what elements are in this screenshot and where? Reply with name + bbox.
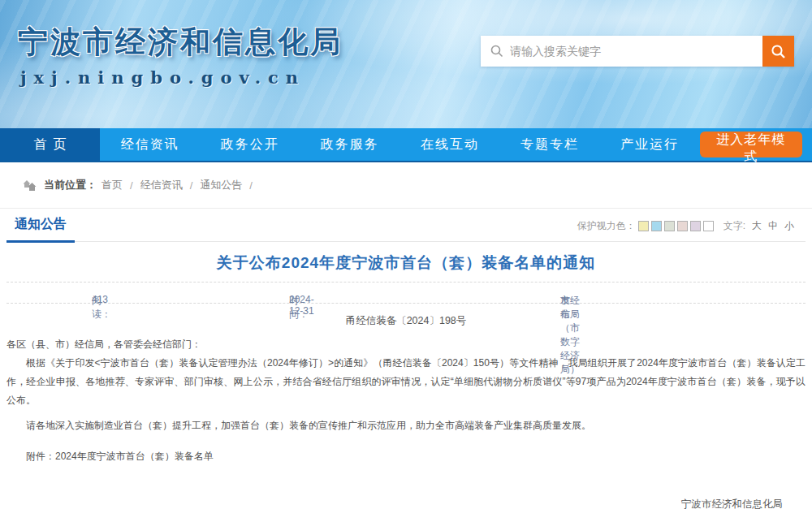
- paragraph-1: 根据《关于印发<宁波市首台（套）装备认定管理办法（2024年修订）>的通知》（甬…: [6, 354, 806, 410]
- breadcrumb-separator: /: [249, 179, 253, 192]
- meta-publisher-value: 市经信局（市数字经济局）: [560, 294, 580, 377]
- font-size-medium[interactable]: 中: [768, 219, 778, 233]
- nav-item-special-topics[interactable]: 专题专栏: [499, 128, 599, 161]
- main-nav: 首页 经信资讯 政务公开 政务服务 在线互动 专题专栏 产业运行 进入老年模式: [0, 128, 812, 162]
- nav-item-industry-operation[interactable]: 产业运行: [600, 128, 700, 161]
- site-title: 宁波市经济和信息化局: [18, 22, 343, 63]
- location-home-icon: [23, 179, 37, 192]
- article-body: 各区（县、市）经信局，各管委会经信部门： 根据《关于印发<宁波市首台（套）装备认…: [6, 335, 806, 435]
- article-title: 关于公布2024年度宁波市首台（套）装备名单的通知: [6, 252, 806, 274]
- eye-color-swatch-white[interactable]: [703, 221, 714, 231]
- breadcrumb-separator: /: [130, 179, 133, 192]
- meta-read-value: 413: [92, 294, 108, 305]
- article-meta-row: 阅读：413 时间：2024-12-31 发布：市经信局（市数字经济局）: [6, 282, 806, 304]
- tab-notice-announcement[interactable]: 通知公告: [6, 209, 75, 243]
- salutation: 各区（县、市）经信局，各管委会经信部门：: [6, 335, 806, 354]
- eye-color-swatch-purple[interactable]: [690, 221, 701, 231]
- search-input[interactable]: [481, 36, 762, 67]
- site-header: 宁波市经济和信息化局 jxj.ningbo.gov.cn: [0, 0, 812, 128]
- font-size-small[interactable]: 小: [784, 219, 794, 233]
- breadcrumb-separator: /: [190, 179, 193, 192]
- search-bar: [481, 36, 794, 67]
- search-button[interactable]: [762, 36, 794, 67]
- view-tools: 保护视力色： 文字: 大 中 小: [577, 219, 806, 241]
- breadcrumb-home[interactable]: 首页: [102, 178, 123, 192]
- font-size-large[interactable]: 大: [752, 219, 762, 233]
- breadcrumb-notice[interactable]: 通知公告: [200, 178, 242, 192]
- nav-item-gov-affairs-open[interactable]: 政务公开: [200, 128, 300, 161]
- signature-block: 宁波市经济和信息化局 2024年12月31日: [6, 494, 806, 509]
- search-button-icon: [771, 44, 786, 59]
- eye-color-swatch-pink[interactable]: [677, 221, 688, 231]
- attachment-link[interactable]: 附件：2024年度宁波市首台（套）装备名单: [6, 450, 806, 464]
- meta-time-value: 2024-12-31: [289, 294, 314, 317]
- search-input-wrap: [481, 36, 762, 67]
- nav-item-home[interactable]: 首页: [0, 128, 100, 161]
- paragraph-2: 请各地深入实施制造业首台（套）提升工程，加强首台（套）装备的宣传推广和示范应用，…: [6, 416, 806, 435]
- site-url: jxj.ningbo.gov.cn: [20, 67, 305, 88]
- elder-mode-button[interactable]: 进入老年模式: [700, 132, 802, 157]
- section-tabbar: 通知公告 保护视力色： 文字: 大 中 小: [6, 209, 806, 242]
- signature-org: 宁波市经济和信息化局: [6, 494, 783, 509]
- font-size-label: 文字:: [723, 219, 745, 233]
- breadcrumb-prefix: 当前位置：: [44, 178, 97, 192]
- nav-item-gov-services[interactable]: 政务服务: [300, 128, 400, 161]
- page: 宁波市经济和信息化局 jxj.ningbo.gov.cn 首页 经信资讯 政务公…: [0, 0, 812, 509]
- nav-item-online-interaction[interactable]: 在线互动: [400, 128, 499, 161]
- breadcrumb: 当前位置： 首页 / 经信资讯 / 通知公告 /: [0, 162, 812, 209]
- eye-color-swatch-gray[interactable]: [664, 221, 675, 231]
- article: 关于公布2024年度宁波市首台（套）装备名单的通知 阅读：413 时间：2024…: [0, 252, 812, 509]
- search-icon: [490, 45, 503, 58]
- eye-color-swatch-yellow[interactable]: [638, 221, 649, 231]
- nav-item-jingxin-news[interactable]: 经信资讯: [100, 128, 200, 161]
- breadcrumb-jingxin-news[interactable]: 经信资讯: [140, 178, 183, 192]
- eye-color-swatch-blue[interactable]: [651, 221, 662, 231]
- doc-number: 甬经信装备〔2024〕198号: [6, 314, 806, 328]
- eye-protect-label: 保护视力色：: [577, 219, 636, 233]
